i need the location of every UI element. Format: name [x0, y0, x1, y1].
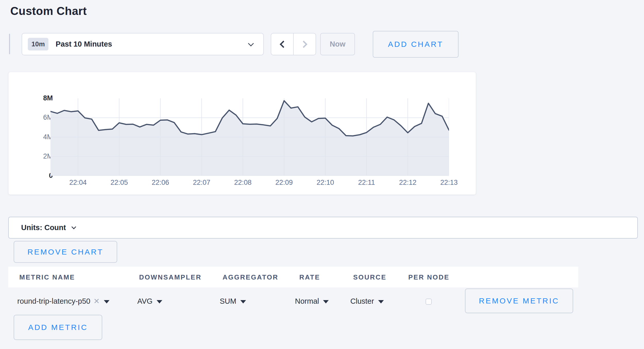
caret-down-icon — [157, 300, 162, 303]
metric-name-select[interactable]: round-trip-latency-p50 ✕ — [17, 293, 109, 309]
time-nav-group — [271, 33, 316, 55]
rate-select[interactable]: Normal — [295, 293, 329, 309]
units-dropdown[interactable]: Units: Count — [8, 217, 638, 239]
x-axis-label: 22:06 — [152, 179, 169, 187]
x-axis-label: 22:13 — [440, 179, 458, 187]
x-axis-label: 22:08 — [234, 179, 252, 187]
caret-down-icon — [323, 300, 329, 303]
page-title: Custom Chart — [10, 5, 87, 18]
y-axis-label: 0 — [19, 172, 53, 180]
x-axis-label: 22:07 — [193, 179, 210, 187]
downsampler-select[interactable]: AVG — [137, 293, 162, 309]
y-axis-label: 2M — [19, 152, 53, 160]
metric-name-value: round-trip-latency-p50 — [17, 297, 90, 306]
source-select[interactable]: Cluster — [350, 293, 384, 309]
caret-down-icon — [104, 300, 109, 303]
chevron-down-icon — [71, 224, 76, 229]
x-axis-label: 22:10 — [317, 179, 334, 187]
remove-metric-button[interactable]: REMOVE METRIC — [465, 289, 573, 313]
col-header-metric-name: METRIC NAME — [19, 273, 75, 281]
chevron-right-icon — [300, 40, 307, 48]
toolbar-grip — [9, 34, 10, 54]
chevron-left-icon — [279, 40, 287, 48]
caret-down-icon — [378, 300, 384, 303]
close-icon[interactable]: ✕ — [94, 297, 100, 306]
chevron-down-icon — [248, 41, 254, 47]
time-range-badge: 10m — [28, 38, 48, 50]
add-metric-button[interactable]: ADD METRIC — [14, 315, 102, 340]
chart-plot-area — [50, 98, 449, 176]
col-header-source: SOURCE — [353, 273, 386, 281]
y-axis-label: 4M — [19, 133, 53, 141]
aggregator-value: SUM — [220, 297, 236, 306]
chart-card: 02M4M6M8M 22:0422:0522:0622:0722:0822:09… — [8, 72, 476, 195]
col-header-aggregator: AGGREGATOR — [223, 273, 278, 281]
chart-canvas — [50, 98, 449, 176]
source-value: Cluster — [350, 297, 374, 306]
x-axis-label: 22:11 — [358, 179, 375, 187]
time-back-button[interactable] — [271, 33, 293, 55]
x-axis-label: 22:05 — [111, 179, 128, 187]
y-axis-label: 6M — [19, 114, 53, 121]
remove-chart-button[interactable]: REMOVE CHART — [14, 241, 117, 263]
time-range-label: Past 10 Minutes — [56, 40, 112, 48]
now-button-label: Now — [330, 40, 345, 48]
rate-value: Normal — [295, 297, 319, 306]
now-button[interactable]: Now — [320, 33, 355, 55]
metrics-table-header: METRIC NAME DOWNSAMPLER AGGREGATOR RATE … — [8, 267, 578, 287]
chart-area-fill — [50, 101, 449, 176]
caret-down-icon — [240, 300, 246, 303]
col-header-downsampler: DOWNSAMPLER — [139, 273, 201, 281]
x-axis-label: 22:04 — [69, 179, 87, 187]
add-chart-button[interactable]: ADD CHART — [373, 31, 459, 58]
x-axis-label: 22:09 — [275, 179, 293, 187]
units-label: Units: Count — [21, 223, 66, 232]
downsampler-value: AVG — [137, 297, 152, 306]
time-forward-button[interactable] — [293, 33, 316, 55]
col-header-rate: RATE — [299, 273, 320, 281]
aggregator-select[interactable]: SUM — [220, 293, 246, 309]
time-range-dropdown[interactable]: 10m Past 10 Minutes — [22, 33, 264, 55]
col-header-per-node: PER NODE — [408, 273, 450, 281]
x-axis-label: 22:12 — [399, 179, 417, 187]
per-node-checkbox[interactable] — [426, 299, 432, 305]
y-axis-label: 8M — [19, 94, 53, 102]
